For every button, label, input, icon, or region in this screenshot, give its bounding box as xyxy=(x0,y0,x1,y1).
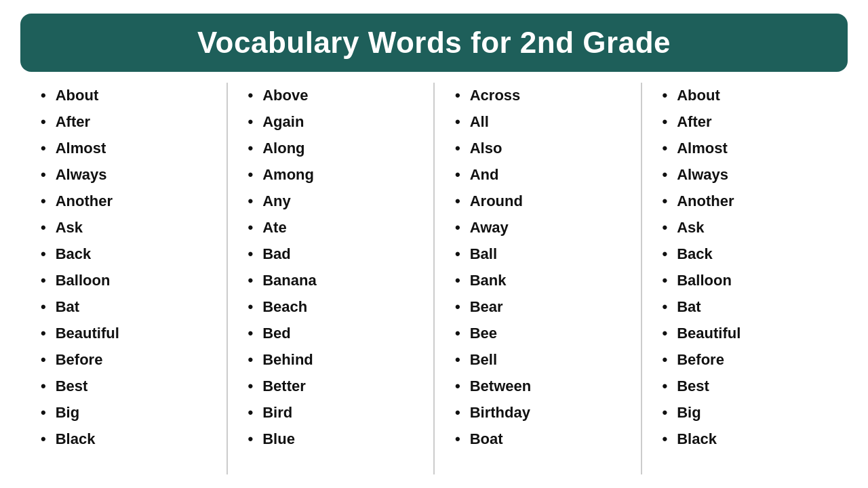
list-item: Between xyxy=(455,373,620,400)
list-item: Best xyxy=(41,373,206,400)
word-list-1: AboutAfterAlmostAlwaysAnotherAskBackBall… xyxy=(41,83,206,453)
list-item: Bat xyxy=(41,294,206,321)
page-wrapper: Vocabulary Words for 2nd Grade AboutAfte… xyxy=(0,0,868,488)
list-item: Blue xyxy=(248,426,414,453)
list-item: Always xyxy=(663,162,828,188)
word-column-4: AboutAfterAlmostAlwaysAnotherAskBackBall… xyxy=(642,83,848,474)
list-item: Back xyxy=(663,241,828,268)
list-item: Always xyxy=(41,162,206,188)
list-item: Any xyxy=(248,188,414,215)
list-item: Bird xyxy=(248,400,414,426)
list-item: Banana xyxy=(248,268,414,294)
list-item: About xyxy=(663,83,828,109)
list-item: Above xyxy=(248,83,414,109)
list-item: Another xyxy=(663,188,828,215)
list-item: Bat xyxy=(663,294,828,321)
word-column-2: AboveAgainAlongAmongAnyAteBadBananaBeach… xyxy=(228,83,435,474)
list-item: Another xyxy=(41,188,206,215)
list-item: Also xyxy=(455,136,620,162)
list-item: Big xyxy=(41,400,206,426)
list-item: Balloon xyxy=(663,268,828,294)
columns-container: AboutAfterAlmostAlwaysAnotherAskBackBall… xyxy=(20,83,848,474)
list-item: Black xyxy=(41,426,206,453)
list-item: Boat xyxy=(455,426,620,453)
list-item: Bad xyxy=(248,241,414,268)
list-item: After xyxy=(663,109,828,136)
list-item: Ate xyxy=(248,215,414,241)
list-item: Bear xyxy=(455,294,620,321)
list-item: Away xyxy=(455,215,620,241)
word-list-3: AcrossAllAlsoAndAroundAwayBallBankBearBe… xyxy=(455,83,620,453)
list-item: Balloon xyxy=(41,268,206,294)
list-item: Back xyxy=(41,241,206,268)
list-item: Before xyxy=(41,347,206,373)
list-item: After xyxy=(41,109,206,136)
list-item: All xyxy=(455,109,620,136)
word-list-2: AboveAgainAlongAmongAnyAteBadBananaBeach… xyxy=(248,83,414,453)
list-item: Black xyxy=(663,426,828,453)
list-item: Before xyxy=(663,347,828,373)
list-item: Almost xyxy=(663,136,828,162)
list-item: Across xyxy=(455,83,620,109)
list-item: Ask xyxy=(663,215,828,241)
list-item: About xyxy=(41,83,206,109)
title-bar: Vocabulary Words for 2nd Grade xyxy=(20,14,848,72)
list-item: Bell xyxy=(455,347,620,373)
list-item: And xyxy=(455,162,620,188)
list-item: Beautiful xyxy=(663,321,828,347)
list-item: Big xyxy=(663,400,828,426)
list-item: Beach xyxy=(248,294,414,321)
word-list-4: AboutAfterAlmostAlwaysAnotherAskBackBall… xyxy=(663,83,828,453)
list-item: Beautiful xyxy=(41,321,206,347)
list-item: Almost xyxy=(41,136,206,162)
list-item: Ball xyxy=(455,241,620,268)
list-item: Along xyxy=(248,136,414,162)
page-title: Vocabulary Words for 2nd Grade xyxy=(197,26,671,59)
list-item: Birthday xyxy=(455,400,620,426)
list-item: Bed xyxy=(248,321,414,347)
list-item: Around xyxy=(455,188,620,215)
list-item: Better xyxy=(248,373,414,400)
word-column-3: AcrossAllAlsoAndAroundAwayBallBankBearBe… xyxy=(435,83,642,474)
list-item: Behind xyxy=(248,347,414,373)
list-item: Among xyxy=(248,162,414,188)
list-item: Best xyxy=(663,373,828,400)
list-item: Bee xyxy=(455,321,620,347)
word-column-1: AboutAfterAlmostAlwaysAnotherAskBackBall… xyxy=(20,83,228,474)
list-item: Bank xyxy=(455,268,620,294)
list-item: Again xyxy=(248,109,414,136)
list-item: Ask xyxy=(41,215,206,241)
